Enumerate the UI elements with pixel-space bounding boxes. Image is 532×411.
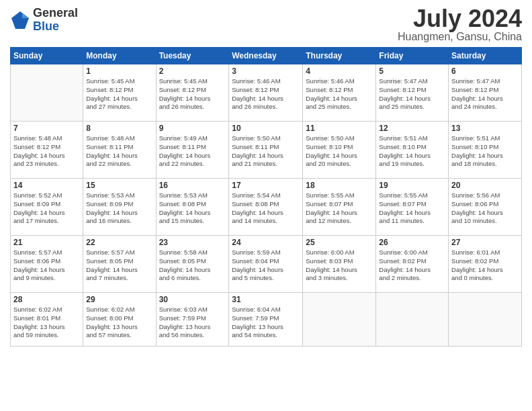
day-cell: 1Sunrise: 5:45 AM Sunset: 8:12 PM Daylig… — [83, 64, 156, 122]
day-info: Sunrise: 6:04 AM Sunset: 7:59 PM Dayligh… — [232, 306, 300, 340]
day-info: Sunrise: 6:00 AM Sunset: 8:03 PM Dayligh… — [306, 248, 373, 283]
day-cell: 6Sunrise: 5:47 AM Sunset: 8:12 PM Daylig… — [449, 64, 522, 122]
day-info: Sunrise: 5:48 AM Sunset: 8:11 PM Dayligh… — [86, 134, 152, 169]
day-number: 17 — [232, 181, 300, 190]
day-cell: 14Sunrise: 5:52 AM Sunset: 8:09 PM Dayli… — [11, 179, 83, 236]
day-info: Sunrise: 6:02 AM Sunset: 8:01 PM Dayligh… — [13, 306, 80, 340]
day-number: 30 — [159, 295, 226, 304]
day-number: 7 — [13, 124, 80, 133]
day-info: Sunrise: 5:46 AM Sunset: 8:12 PM Dayligh… — [232, 77, 300, 111]
day-info: Sunrise: 5:52 AM Sunset: 8:09 PM Dayligh… — [13, 191, 80, 226]
weekday-header-sunday: Sunday — [11, 48, 83, 64]
day-number: 2 — [159, 66, 226, 76]
day-cell: 31Sunrise: 6:04 AM Sunset: 7:59 PM Dayli… — [229, 293, 303, 347]
day-info: Sunrise: 5:56 AM Sunset: 8:06 PM Dayligh… — [451, 191, 519, 226]
day-cell: 15Sunrise: 5:53 AM Sunset: 8:09 PM Dayli… — [83, 179, 156, 236]
weekday-header-tuesday: Tuesday — [156, 48, 229, 64]
svg-marker-0 — [11, 11, 29, 29]
week-row-1: 1Sunrise: 5:45 AM Sunset: 8:12 PM Daylig… — [11, 64, 522, 122]
day-cell — [376, 293, 449, 347]
day-number: 8 — [86, 124, 152, 133]
month-title: July 2024 — [398, 7, 522, 31]
day-number: 13 — [451, 124, 519, 133]
day-info: Sunrise: 5:58 AM Sunset: 8:05 PM Dayligh… — [159, 248, 226, 283]
day-info: Sunrise: 5:57 AM Sunset: 8:05 PM Dayligh… — [86, 248, 152, 283]
day-info: Sunrise: 5:55 AM Sunset: 8:07 PM Dayligh… — [379, 191, 445, 226]
day-cell: 23Sunrise: 5:58 AM Sunset: 8:05 PM Dayli… — [156, 236, 229, 293]
week-row-5: 28Sunrise: 6:02 AM Sunset: 8:01 PM Dayli… — [11, 293, 522, 347]
day-info: Sunrise: 6:00 AM Sunset: 8:02 PM Dayligh… — [379, 248, 445, 283]
day-number: 22 — [86, 238, 152, 247]
day-cell: 2Sunrise: 5:45 AM Sunset: 8:12 PM Daylig… — [156, 64, 229, 122]
day-number: 6 — [451, 66, 519, 76]
day-info: Sunrise: 5:45 AM Sunset: 8:12 PM Dayligh… — [86, 77, 152, 111]
logo-general-text: General — [33, 7, 78, 20]
header: General Blue July 2024 Huangmen, Gansu, … — [10, 7, 522, 43]
day-cell: 9Sunrise: 5:49 AM Sunset: 8:11 PM Daylig… — [156, 122, 229, 179]
day-number: 21 — [13, 238, 80, 247]
day-number: 12 — [379, 124, 445, 133]
day-cell: 24Sunrise: 5:59 AM Sunset: 8:04 PM Dayli… — [229, 236, 303, 293]
weekday-header-friday: Friday — [376, 48, 449, 64]
day-number: 11 — [306, 124, 373, 133]
day-cell: 7Sunrise: 5:48 AM Sunset: 8:12 PM Daylig… — [11, 122, 83, 179]
calendar-table: SundayMondayTuesdayWednesdayThursdayFrid… — [10, 47, 522, 347]
day-cell: 10Sunrise: 5:50 AM Sunset: 8:11 PM Dayli… — [229, 122, 303, 179]
day-number: 18 — [306, 181, 373, 190]
day-cell: 17Sunrise: 5:54 AM Sunset: 8:08 PM Dayli… — [229, 179, 303, 236]
day-cell: 22Sunrise: 5:57 AM Sunset: 8:05 PM Dayli… — [83, 236, 156, 293]
day-cell — [11, 64, 83, 122]
day-info: Sunrise: 5:53 AM Sunset: 8:09 PM Dayligh… — [86, 191, 152, 226]
week-row-2: 7Sunrise: 5:48 AM Sunset: 8:12 PM Daylig… — [11, 122, 522, 179]
weekday-header-row: SundayMondayTuesdayWednesdayThursdayFrid… — [11, 48, 522, 64]
day-number: 29 — [86, 295, 152, 304]
day-cell: 11Sunrise: 5:50 AM Sunset: 8:10 PM Dayli… — [303, 122, 376, 179]
weekday-header-monday: Monday — [83, 48, 156, 64]
logo: General Blue — [10, 7, 78, 34]
logo-blue-text: Blue — [33, 20, 78, 34]
day-number: 26 — [379, 238, 445, 247]
location: Huangmen, Gansu, China — [398, 31, 522, 43]
day-cell: 5Sunrise: 5:47 AM Sunset: 8:12 PM Daylig… — [376, 64, 449, 122]
page: General Blue July 2024 Huangmen, Gansu, … — [0, 0, 532, 411]
day-info: Sunrise: 5:49 AM Sunset: 8:11 PM Dayligh… — [159, 134, 226, 169]
day-number: 23 — [159, 238, 226, 247]
day-info: Sunrise: 5:47 AM Sunset: 8:12 PM Dayligh… — [379, 77, 445, 111]
day-number: 19 — [379, 181, 445, 190]
day-info: Sunrise: 5:50 AM Sunset: 8:11 PM Dayligh… — [232, 134, 300, 169]
day-number: 10 — [232, 124, 300, 133]
weekday-header-saturday: Saturday — [449, 48, 522, 64]
day-number: 4 — [306, 66, 373, 76]
day-cell: 26Sunrise: 6:00 AM Sunset: 8:02 PM Dayli… — [376, 236, 449, 293]
day-info: Sunrise: 5:47 AM Sunset: 8:12 PM Dayligh… — [451, 77, 519, 111]
day-info: Sunrise: 5:45 AM Sunset: 8:12 PM Dayligh… — [159, 77, 226, 111]
day-number: 9 — [159, 124, 226, 133]
day-info: Sunrise: 5:55 AM Sunset: 8:07 PM Dayligh… — [306, 191, 373, 226]
logo-text: General Blue — [33, 7, 78, 34]
day-number: 15 — [86, 181, 152, 190]
day-info: Sunrise: 5:51 AM Sunset: 8:10 PM Dayligh… — [451, 134, 519, 169]
day-cell: 18Sunrise: 5:55 AM Sunset: 8:07 PM Dayli… — [303, 179, 376, 236]
day-number: 31 — [232, 295, 300, 304]
day-cell: 19Sunrise: 5:55 AM Sunset: 8:07 PM Dayli… — [376, 179, 449, 236]
day-info: Sunrise: 5:57 AM Sunset: 8:06 PM Dayligh… — [13, 248, 80, 283]
day-cell: 20Sunrise: 5:56 AM Sunset: 8:06 PM Dayli… — [449, 179, 522, 236]
day-info: Sunrise: 5:59 AM Sunset: 8:04 PM Dayligh… — [232, 248, 300, 283]
day-info: Sunrise: 5:46 AM Sunset: 8:12 PM Dayligh… — [306, 77, 373, 111]
day-number: 25 — [306, 238, 373, 247]
day-cell — [449, 293, 522, 347]
day-cell: 8Sunrise: 5:48 AM Sunset: 8:11 PM Daylig… — [83, 122, 156, 179]
day-number: 27 — [451, 238, 519, 247]
day-info: Sunrise: 5:54 AM Sunset: 8:08 PM Dayligh… — [232, 191, 300, 226]
title-section: July 2024 Huangmen, Gansu, China — [398, 7, 522, 43]
weekday-header-thursday: Thursday — [303, 48, 376, 64]
day-number: 3 — [232, 66, 300, 76]
day-cell: 21Sunrise: 5:57 AM Sunset: 8:06 PM Dayli… — [11, 236, 83, 293]
day-cell: 3Sunrise: 5:46 AM Sunset: 8:12 PM Daylig… — [229, 64, 303, 122]
logo-icon — [10, 10, 30, 30]
day-number: 1 — [86, 66, 152, 76]
day-cell: 27Sunrise: 6:01 AM Sunset: 8:02 PM Dayli… — [449, 236, 522, 293]
day-info: Sunrise: 6:01 AM Sunset: 8:02 PM Dayligh… — [451, 248, 519, 283]
day-cell: 25Sunrise: 6:00 AM Sunset: 8:03 PM Dayli… — [303, 236, 376, 293]
day-cell: 16Sunrise: 5:53 AM Sunset: 8:08 PM Dayli… — [156, 179, 229, 236]
